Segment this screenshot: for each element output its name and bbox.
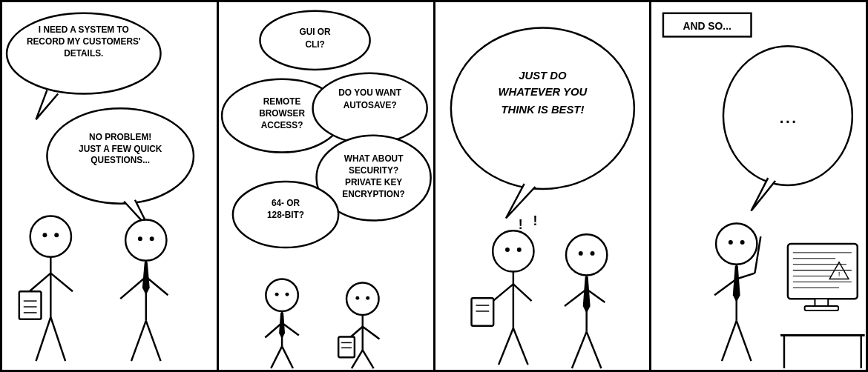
svg-line-53 [271, 346, 282, 368]
svg-marker-55 [279, 313, 285, 339]
svg-text:THINK IS BEST!: THINK IS BEST! [501, 104, 584, 116]
svg-line-90 [571, 332, 586, 368]
svg-point-20 [125, 219, 166, 260]
svg-text:JUST A FEW QUICK: JUST A FEW QUICK [79, 144, 162, 154]
svg-text:I NEED A SYSTEM TO: I NEED A SYSTEM TO [39, 24, 129, 35]
svg-point-73 [493, 230, 533, 271]
svg-marker-106 [733, 266, 740, 302]
svg-text:NO PROBLEM!: NO PROBLEM! [89, 132, 151, 142]
svg-line-15 [50, 317, 65, 361]
svg-text:SECURITY?: SECURITY? [349, 165, 398, 176]
svg-line-102 [737, 273, 755, 279]
svg-point-98 [729, 240, 733, 245]
panel-3: JUST DO WHATEVER YOU THINK IS BEST! ! ! [435, 0, 652, 372]
svg-marker-28 [142, 262, 150, 295]
svg-text:BROWSER: BROWSER [259, 108, 305, 119]
svg-line-105 [737, 321, 752, 361]
svg-line-80 [513, 328, 527, 365]
svg-text:64- OR: 64- OR [272, 198, 300, 208]
svg-line-14 [36, 317, 51, 361]
svg-text:DO YOU WANT: DO YOU WANT [338, 87, 401, 98]
svg-rect-64 [338, 337, 355, 358]
svg-line-104 [722, 321, 737, 361]
svg-text:AUTOSAVE?: AUTOSAVE? [343, 100, 396, 110]
svg-point-21 [138, 236, 142, 241]
svg-text:ACCESS?: ACCESS? [261, 120, 303, 130]
panel-4: AND SO... ... [651, 0, 868, 372]
svg-point-8 [30, 216, 71, 257]
svg-line-54 [282, 346, 293, 368]
svg-point-86 [590, 251, 594, 256]
svg-text:DETAILS.: DETAILS. [64, 48, 103, 59]
svg-text:!: ! [838, 270, 841, 278]
svg-point-48 [274, 293, 278, 296]
svg-text:QUESTIONS...: QUESTIONS... [91, 155, 150, 165]
svg-text:128-BIT?: 128-BIT? [267, 210, 304, 220]
svg-text:ENCRYPTION?: ENCRYPTION? [342, 189, 404, 199]
svg-text:!: ! [533, 213, 537, 228]
svg-text:REMOTE: REMOTE [263, 96, 301, 107]
svg-point-49 [285, 293, 289, 296]
svg-rect-118 [805, 306, 838, 310]
svg-text:!: ! [518, 217, 522, 232]
svg-point-22 [150, 236, 154, 241]
svg-point-75 [516, 248, 521, 252]
svg-line-26 [131, 321, 146, 361]
svg-point-9 [42, 233, 47, 237]
svg-rect-16 [19, 291, 42, 319]
svg-point-99 [740, 240, 745, 245]
svg-text:GUI OR: GUI OR [299, 27, 331, 37]
svg-point-84 [565, 234, 606, 275]
svg-text:...: ... [779, 103, 798, 127]
svg-marker-92 [582, 277, 590, 313]
svg-text:CLI?: CLI? [305, 39, 324, 50]
svg-line-79 [499, 328, 513, 365]
svg-line-61 [363, 327, 380, 339]
svg-line-77 [491, 284, 513, 302]
panel-2: GUI OR CLI? REMOTE BROWSER ACCESS? DO YO… [219, 0, 435, 372]
svg-point-85 [578, 251, 582, 256]
svg-rect-81 [471, 298, 493, 326]
comic-strip: I NEED A SYSTEM TO RECORD MY CUSTOMERS' … [0, 0, 868, 372]
svg-point-97 [716, 223, 757, 264]
svg-line-24 [120, 277, 146, 299]
svg-text:JUST DO: JUST DO [519, 70, 567, 82]
svg-text:WHATEVER YOU: WHATEVER YOU [498, 86, 587, 98]
svg-text:PRIVATE KEY: PRIVATE KEY [345, 177, 402, 187]
panel-1: I NEED A SYSTEM TO RECORD MY CUSTOMERS' … [0, 0, 219, 372]
svg-text:AND SO...: AND SO... [683, 20, 731, 32]
svg-point-74 [504, 248, 509, 252]
svg-line-78 [513, 284, 531, 301]
svg-point-47 [266, 279, 297, 310]
svg-point-56 [346, 282, 378, 314]
svg-line-91 [586, 332, 601, 368]
svg-line-63 [363, 350, 374, 368]
svg-line-13 [50, 273, 73, 292]
svg-point-10 [54, 233, 59, 237]
svg-point-58 [366, 296, 369, 300]
svg-line-27 [146, 321, 161, 361]
svg-text:RECORD MY CUSTOMERS': RECORD MY CUSTOMERS' [27, 36, 141, 47]
svg-text:WHAT ABOUT: WHAT ABOUT [344, 153, 404, 164]
svg-rect-107 [788, 244, 858, 299]
svg-point-57 [355, 296, 359, 300]
